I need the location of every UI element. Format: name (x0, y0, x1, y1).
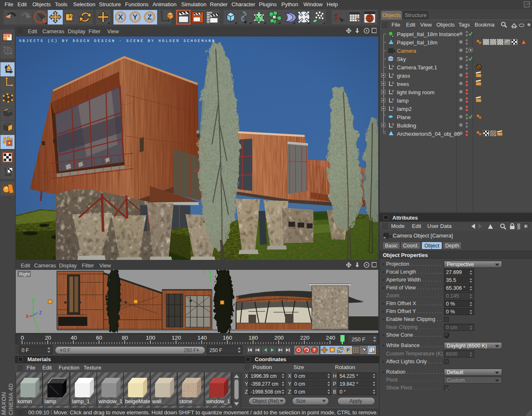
svg-text:0: 0 (392, 64, 394, 68)
svg-text:0: 0 (21, 335, 24, 341)
svg-text:Y: Y (245, 381, 248, 387)
svg-text:OBJECTS (C) BY DOSCH DESIGN -: OBJECTS (C) BY DOSCH DESIGN - SCENE BY H… (19, 39, 216, 43)
svg-text:0: 0 (392, 81, 394, 85)
svg-text:Camera.Target.1: Camera.Target.1 (397, 64, 437, 71)
svg-text:Pappel_Ital_18m: Pappel_Ital_18m (397, 39, 438, 46)
svg-text:120: 120 (172, 335, 181, 341)
svg-text:0 cm: 0 cm (294, 373, 305, 379)
svg-text:0: 0 (392, 98, 394, 101)
svg-text:250 F: 250 F (352, 336, 365, 343)
svg-text:X: X (245, 373, 248, 379)
svg-text:?: ? (334, 12, 339, 23)
svg-text:?: ? (313, 348, 315, 352)
svg-text:Camera: Camera (397, 48, 416, 54)
svg-text:Object (Rel): Object (Rel) (252, 398, 279, 404)
svg-text:-1998.508 cm: -1998.508 cm (251, 389, 281, 395)
svg-text:MAXON: MAXON (0, 392, 7, 415)
svg-text:Building: Building (397, 122, 416, 129)
svg-text:lamp2: lamp2 (397, 106, 411, 112)
svg-text:Archexteriors5_04_obj_86: Archexteriors5_04_obj_86 (397, 131, 460, 137)
svg-text:100: 100 (146, 335, 155, 341)
svg-text:200: 200 (274, 335, 284, 341)
svg-text:0 F: 0 F (22, 347, 29, 353)
svg-text:54.225 °: 54.225 ° (340, 373, 358, 379)
svg-text:Y: Y (288, 381, 291, 387)
svg-text:?: ? (356, 17, 360, 24)
svg-text:lamp: lamp (397, 98, 409, 104)
svg-text:H: H (333, 373, 337, 379)
svg-text:Z: Z (245, 389, 248, 395)
svg-text:80: 80 (122, 335, 128, 341)
svg-text:X: X (26, 314, 29, 319)
svg-text:250 F: 250 F (209, 347, 222, 353)
svg-text:180: 180 (249, 335, 258, 341)
svg-text:X: X (288, 373, 291, 379)
svg-text:160: 160 (223, 335, 232, 341)
svg-text:Pappel_Ital_18m Instance: Pappel_Ital_18m Instance (397, 31, 459, 37)
svg-text:0 F: 0 F (63, 347, 70, 353)
svg-text:trees: trees (397, 81, 409, 87)
svg-text:0 cm: 0 cm (294, 389, 305, 395)
svg-text:19.842 °: 19.842 ° (340, 381, 358, 387)
svg-text:0: 0 (392, 122, 394, 126)
svg-text:B: B (333, 389, 336, 395)
svg-text:Sky: Sky (397, 56, 406, 62)
svg-text:Y: Y (133, 13, 138, 21)
svg-text:Z: Z (288, 389, 291, 395)
svg-text:Z: Z (148, 13, 152, 21)
svg-text:1996.39 cm: 1996.39 cm (251, 373, 277, 379)
svg-text:60: 60 (96, 335, 102, 341)
svg-text:40: 40 (71, 335, 77, 341)
svg-text:Apply: Apply (350, 398, 362, 404)
svg-text:0: 0 (392, 106, 394, 110)
svg-text:CINEMA 4D: CINEMA 4D (7, 384, 14, 416)
svg-text:140: 140 (197, 335, 207, 341)
svg-text:220: 220 (300, 335, 310, 341)
svg-text:X: X (118, 13, 123, 21)
svg-text:-359.277 cm: -359.277 cm (251, 381, 278, 387)
svg-text:0 °: 0 ° (340, 389, 346, 395)
svg-text:light living room: light living room (397, 89, 434, 95)
svg-text:0: 0 (392, 89, 394, 93)
svg-text:P: P (333, 381, 336, 387)
svg-text:P: P (347, 347, 350, 352)
svg-text:0: 0 (392, 73, 394, 76)
svg-text:Right: Right (19, 272, 30, 277)
svg-text:250 F: 250 F (184, 347, 197, 353)
svg-text:grass: grass (397, 73, 410, 79)
svg-text:240: 240 (326, 335, 335, 341)
svg-text:Z: Z (39, 310, 42, 315)
svg-text:Size: Size (296, 398, 306, 404)
svg-text:0 cm: 0 cm (294, 381, 305, 387)
svg-text:20: 20 (45, 335, 51, 341)
svg-text:Plane: Plane (397, 114, 411, 120)
